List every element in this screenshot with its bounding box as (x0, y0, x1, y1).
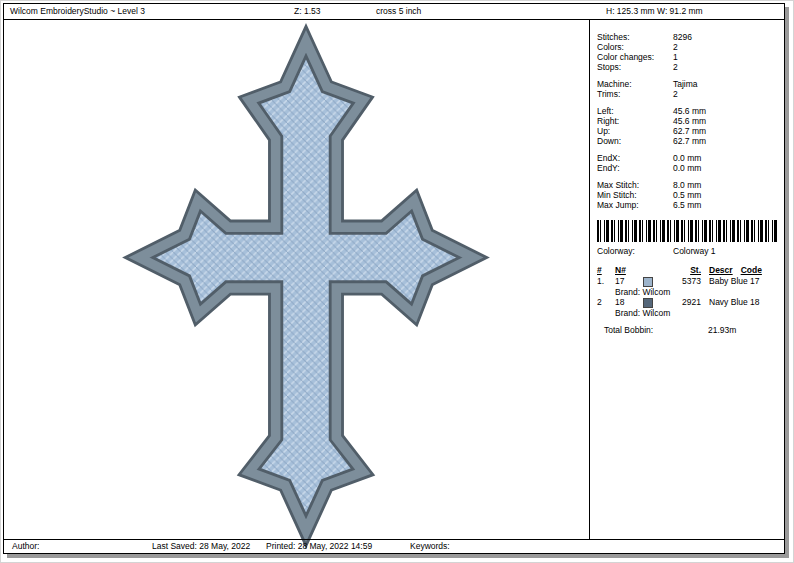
stat-label: Right: (597, 116, 673, 126)
colorway-label: Colorway: (597, 246, 673, 257)
header-bar: Wilcom EmbroideryStudio ~ Level 3 Z: 1.5… (4, 4, 784, 20)
stat-label: Max Stitch: (597, 180, 673, 190)
stat-value: Tajima (673, 79, 698, 89)
stat-label: Down: (597, 136, 673, 146)
thread-index: 2 (597, 297, 615, 308)
stat-value: 0.0 mm (673, 153, 701, 163)
printed-label: Printed: 28 May, 2022 14:59 (266, 541, 372, 551)
stat-row-left: Left:45.6 mm (597, 106, 784, 116)
thread-brand: Brand: Wilcom (615, 287, 784, 297)
zoom-level: Z: 1.53 (294, 6, 320, 16)
stat-label: Up: (597, 126, 673, 136)
stat-label: Machine: (597, 79, 673, 89)
stat-value: 62.7 mm (673, 136, 706, 146)
colorway-row: Colorway:Colorway 1 (597, 246, 784, 257)
stat-row-stops: Stops:2 (597, 62, 784, 72)
stat-row-right: Right:45.6 mm (597, 116, 784, 126)
design-size: H: 125.3 mm W: 91.2 mm (606, 6, 703, 16)
stat-row-down: Down:62.7 mm (597, 136, 784, 146)
stat-row-up: Up:62.7 mm (597, 126, 784, 136)
total-bobbin-row: Total Bobbin:21.93m (604, 325, 784, 335)
thread-swatch (643, 298, 653, 308)
total-bobbin-label: Total Bobbin: (604, 325, 708, 335)
stat-value: 8296 (673, 32, 692, 42)
stat-row-min-stitch: Min Stitch:0.5 mm (597, 190, 784, 200)
thread-stitch-count: 5373 (667, 276, 707, 287)
stat-label: EndY: (597, 163, 673, 173)
total-bobbin-value: 21.93m (708, 325, 736, 335)
stat-value: 0.0 mm (673, 163, 701, 173)
stat-row-stitches: Stitches:8296 (597, 32, 784, 42)
stat-value: 1 (673, 52, 678, 62)
last-saved-label: Last Saved: 28 May, 2022 (152, 541, 250, 551)
design-info-panel: Stitches:8296 Colors:2 Color changes:1 S… (590, 20, 784, 539)
col-header-n: N# (615, 265, 643, 276)
stat-row-endx: EndX:0.0 mm (597, 153, 784, 163)
thread-table-header: # N# St. Descr Code (597, 265, 784, 276)
col-header-code: Code (741, 265, 762, 276)
stat-value: 2 (673, 42, 678, 52)
thread-brand: Brand: Wilcom (615, 308, 784, 318)
barcode-image (597, 220, 777, 242)
stat-label: Colors: (597, 42, 673, 52)
col-header-descr: Descr (709, 265, 733, 276)
stat-value: 62.7 mm (673, 126, 706, 136)
stat-value: 0.5 mm (673, 190, 701, 200)
thread-row: 1. 17 5373 Baby Blue 17 (597, 276, 784, 287)
stat-row-max-stitch: Max Stitch:8.0 mm (597, 180, 784, 190)
col-header-stitches: St. (667, 265, 707, 276)
design-canvas (4, 20, 589, 539)
stat-row-max-jump: Max Jump:6.5 mm (597, 200, 784, 210)
stat-row-color-changes: Color changes:1 (597, 52, 784, 62)
stats-list: Stitches:8296 Colors:2 Color changes:1 S… (597, 32, 784, 210)
keywords-label: Keywords: (410, 541, 450, 551)
thread-description: Navy Blue 18 (709, 297, 760, 308)
print-preview-page: Wilcom EmbroideryStudio ~ Level 3 Z: 1.5… (3, 3, 785, 554)
colorway-value: Colorway 1 (673, 246, 716, 256)
thread-row: 2 18 2921 Navy Blue 18 (597, 297, 784, 308)
stat-label: Color changes: (597, 52, 673, 62)
stat-label: Min Stitch: (597, 190, 673, 200)
stat-value: 45.6 mm (673, 116, 706, 126)
footer-bar: Author: Last Saved: 28 May, 2022 Printed… (4, 539, 784, 553)
stat-value: 2 (673, 62, 678, 72)
stat-value: 2 (673, 89, 678, 99)
stat-label: Stitches: (597, 32, 673, 42)
col-header-number: # (597, 265, 615, 276)
stat-value: 6.5 mm (673, 200, 701, 210)
stat-row-trims: Trims:2 (597, 89, 784, 99)
stat-value: 45.6 mm (673, 106, 706, 116)
stat-row-endy: EndY:0.0 mm (597, 163, 784, 173)
stat-row-colors: Colors:2 (597, 42, 784, 52)
thread-index: 1. (597, 276, 615, 287)
thread-number: 18 (615, 297, 643, 308)
stat-value: 8.0 mm (673, 180, 701, 190)
app-title: Wilcom EmbroideryStudio ~ Level 3 (10, 6, 145, 16)
stat-label: Trims: (597, 89, 673, 99)
thread-table: # N# St. Descr Code 1. 17 5373 Baby Blue… (597, 265, 784, 335)
cross-design (122, 22, 490, 550)
stat-label: EndX: (597, 153, 673, 163)
stat-label: Stops: (597, 62, 673, 72)
thread-swatch (643, 277, 653, 287)
thread-stitch-count: 2921 (667, 297, 707, 308)
thread-description: Baby Blue 17 (709, 276, 760, 287)
design-name: cross 5 inch (376, 6, 421, 16)
thread-number: 17 (615, 276, 643, 287)
stat-label: Max Jump: (597, 200, 673, 210)
stat-row-machine: Machine:Tajima (597, 79, 784, 89)
author-label: Author: (12, 541, 39, 551)
stat-label: Left: (597, 106, 673, 116)
